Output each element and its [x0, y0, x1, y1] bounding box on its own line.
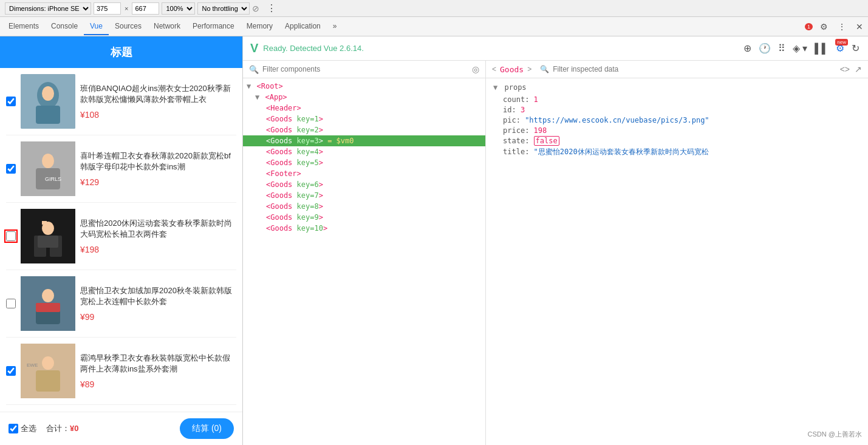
filter-inspected-input[interactable]: [553, 65, 836, 73]
svg-point-2: [42, 86, 54, 101]
left-panel: 标题 班俏BANQIAO超火ins潮衣女士2020秋季新款韩版宽松慵懒风薄款外套…: [0, 36, 243, 445]
vue-body: 🔍 ◎ ▼ <Root> ▼ <App> <Header>: [243, 61, 868, 445]
goods-item-4: 思蜜怡卫衣女加绒加厚2020秋冬装新款韩版宽松上衣连帽中长款外套 ¥99: [6, 270, 236, 338]
settings-vue-icon[interactable]: ⚙new: [835, 41, 846, 55]
goods-image-3: [21, 209, 75, 263]
height-input[interactable]: [132, 2, 159, 15]
settings-icon[interactable]: ⚙: [818, 21, 830, 33]
tree-node-goods-9[interactable]: <Goods key=9>: [243, 212, 485, 223]
tree-search-input[interactable]: [262, 65, 468, 73]
prop-colon-pic: :: [516, 116, 525, 124]
goods-price-4: ¥99: [80, 312, 236, 322]
tree-node-goods-10[interactable]: <Goods key=10>: [243, 223, 485, 234]
prop-row-id: id: 3: [493, 106, 861, 114]
checkout-button[interactable]: 结算 (0): [180, 418, 234, 439]
no-throttle-icon: ⊘: [252, 4, 259, 13]
tab-sources[interactable]: Sources: [109, 18, 148, 35]
total-label: 合计：¥0: [46, 423, 170, 434]
router-icon[interactable]: ◈ ▾: [791, 41, 808, 55]
goods-info-2: 喜叶希连帽卫衣女春秋薄款2020新款宽松bf韩版字母印花中长款外套ins潮 ¥1…: [80, 151, 236, 187]
close-devtools-icon[interactable]: ✕: [853, 21, 866, 33]
tab-vue[interactable]: Vue: [84, 18, 109, 35]
tree-node-header[interactable]: <Header>: [243, 103, 485, 114]
prop-key-count: count: [503, 95, 525, 104]
right-panel: V Ready. Detected Vue 2.6.14. ⊕ 🕐 ⠿ ◈ ▾ …: [243, 36, 868, 445]
tab-memory[interactable]: Memory: [241, 18, 279, 35]
tree-node-goods-7[interactable]: <Goods key=7>: [243, 190, 485, 201]
tab-more[interactable]: »: [327, 18, 343, 35]
tree-node-app[interactable]: ▼ <App>: [243, 92, 485, 103]
zoom-select[interactable]: 100%: [162, 2, 195, 15]
tree-node-goods-2[interactable]: <Goods key=2>: [243, 124, 485, 135]
goods-list: 班俏BANQIAO超火ins潮衣女士2020秋季新款韩版宽松慵懒风薄款外套带帽上…: [0, 68, 242, 412]
prop-val-id: 3: [521, 106, 525, 114]
goods-item-2: GIRLS 喜叶希连帽卫衣女春秋薄款2020新款宽松bf韩版字母印花中长款外套i…: [6, 135, 236, 203]
chart-icon[interactable]: ▌▌: [813, 42, 830, 55]
props-content: ▼ props count: 1 id: 3 pic: "https://www…: [486, 78, 868, 445]
tab-elements[interactable]: Elements: [2, 18, 45, 35]
tree-attr-goods-2: key=2: [297, 126, 319, 134]
tab-network[interactable]: Network: [148, 18, 186, 35]
tree-arrow-app: ▼: [255, 93, 264, 101]
grid-icon[interactable]: ⠿: [777, 41, 787, 55]
tree-node-goods-6[interactable]: <Goods key=6>: [243, 179, 485, 190]
prop-colon-price: :: [525, 126, 533, 135]
vue-devtools-header: V Ready. Detected Vue 2.6.14. ⊕ 🕐 ⠿ ◈ ▾ …: [243, 36, 868, 61]
tree-tag-goods-1: <Goods: [266, 115, 297, 123]
tab-console[interactable]: Console: [45, 18, 84, 35]
goods-checkbox-5[interactable]: [6, 366, 16, 376]
props-panel: <Goods> 🔍 <> ↗ ▼ props count: 1: [486, 61, 868, 445]
tree-attr-goods-7: key=7: [297, 191, 319, 200]
tree-filter-icon[interactable]: ◎: [472, 64, 479, 74]
refresh-vue-icon[interactable]: ↻: [850, 41, 861, 55]
total-price: ¥0: [70, 424, 78, 433]
goods-title-4: 思蜜怡卫衣女加绒加厚2020秋冬装新款韩版宽松上衣连帽中长款外套: [80, 285, 236, 307]
component-inspector-icon[interactable]: ⊕: [742, 41, 753, 55]
width-input[interactable]: [94, 2, 121, 15]
tree-node-goods-5[interactable]: <Goods key=5>: [243, 157, 485, 168]
goods-price-1: ¥108: [80, 110, 236, 120]
tree-attr-goods-5: key=5: [297, 158, 319, 167]
tree-node-goods-1[interactable]: <Goods key=1>: [243, 114, 485, 124]
tree-node-goods-3[interactable]: <Goods key=3> = $vm0: [243, 135, 485, 146]
prop-row-title: title: "思蜜怡2020休闲运动套装女春秋季新款时尚大码宽松: [493, 147, 861, 157]
tree-node-goods-8[interactable]: <Goods key=8>: [243, 201, 485, 212]
select-all-checkbox[interactable]: [9, 424, 18, 433]
tree-attr-goods-1: key=1: [297, 115, 319, 123]
goods-price-2: ¥129: [80, 177, 236, 187]
goods-checkbox-2[interactable]: [6, 164, 16, 174]
tree-tag-goods-6: <Goods: [266, 180, 297, 189]
tree-node-goods-4[interactable]: <Goods key=4>: [243, 146, 485, 157]
dimension-select[interactable]: Dimensions: iPhone SE: [5, 2, 91, 15]
tree-tag-footer: <Footer>: [266, 169, 301, 178]
search-icon-props: 🔍: [540, 65, 549, 73]
prop-colon-title: :: [525, 148, 533, 156]
more-options-icon[interactable]: ⋮: [267, 2, 276, 14]
tree-node-root[interactable]: ▼ <Root>: [243, 81, 485, 92]
dimension-separator: ×: [123, 5, 129, 12]
goods-checkbox-4[interactable]: [6, 299, 16, 308]
history-icon[interactable]: 🕐: [757, 41, 772, 55]
tab-performance[interactable]: Performance: [186, 18, 241, 35]
svg-rect-13: [42, 221, 47, 225]
goods-title-2: 喜叶希连帽卫衣女春秋薄款2020新款宽松bf韩版字母印花中长款外套ins潮: [80, 151, 236, 172]
code-icon[interactable]: <>: [840, 64, 850, 74]
prop-key-id: id: [503, 106, 511, 114]
throttle-select[interactable]: No throttling: [197, 2, 250, 15]
open-external-icon[interactable]: ↗: [855, 64, 862, 74]
message-badge: 1: [805, 23, 813, 30]
goods-checkbox-3[interactable]: [6, 231, 16, 241]
tree-tag-app: <App>: [265, 93, 287, 101]
goods-info-1: 班俏BANQIAO超火ins潮衣女士2020秋季新款韩版宽松慵懒风薄款外套带帽上…: [80, 83, 236, 120]
prop-row-price: price: 198: [493, 126, 861, 135]
goods-item-5: EWE 霸鸿早秋季卫衣女春秋装韩版宽松中长款假两件上衣薄款ins盐系外套潮 ¥8…: [6, 338, 236, 405]
vue-toolbar-icons: ⊕ 🕐 ⠿ ◈ ▾ ▌▌ ⚙new ↻: [742, 41, 861, 55]
tree-attr-goods-6: key=6: [297, 180, 319, 189]
app-header-title: 标题: [111, 46, 132, 58]
tab-application[interactable]: Application: [279, 18, 327, 35]
prop-colon-state: :: [525, 137, 533, 145]
vue-status: Ready. Detected Vue 2.6.14.: [263, 44, 742, 53]
more-devtools-icon[interactable]: ⋮: [835, 21, 849, 33]
goods-checkbox-1[interactable]: [6, 97, 16, 106]
tree-node-footer[interactable]: <Footer>: [243, 168, 485, 179]
